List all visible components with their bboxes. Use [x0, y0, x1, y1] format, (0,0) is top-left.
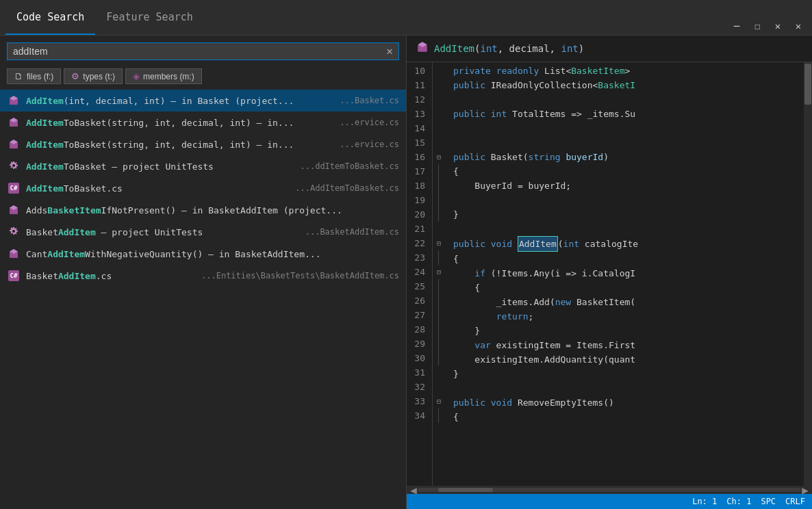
- fold-gutter: ⊟ ⊟ ⊟ ⊟: [433, 62, 445, 486]
- fold-icon[interactable]: ⊟: [433, 394, 445, 408]
- result-text: AddItemToBasket — project UnitTests ...d…: [26, 161, 399, 172]
- fold-icon[interactable]: ⊟: [433, 150, 445, 164]
- csharp-icon: C#: [7, 181, 21, 195]
- tab-feature-search[interactable]: Feature Search: [95, 0, 203, 35]
- code-line: {: [453, 410, 804, 424]
- scrollbar-thumb[interactable]: [804, 64, 811, 105]
- result-text: AddItemToBasket.cs ...AddItemToBasket.cs: [26, 183, 399, 194]
- result-name: AddItemToBasket(string, int, decimal, in…: [26, 140, 294, 150]
- result-text: CantAddItemWithNegativeQuantity() — in B…: [26, 249, 399, 259]
- line-number: Ln: 1: [692, 497, 717, 506]
- gear-icon: [7, 225, 21, 239]
- fold-icon[interactable]: ⊟: [433, 236, 445, 250]
- code-line: {: [453, 280, 804, 295]
- result-text: BasketAddItem — project UnitTests ...Bas…: [26, 227, 399, 237]
- result-path: ...ddItemToBasket.cs: [295, 161, 400, 171]
- code-header: AddItem(int, decimal, int): [407, 36, 812, 62]
- results-list[interactable]: AddItem(int, decimal, int) — in Basket (…: [0, 90, 406, 509]
- status-bar: Ln: 1 Ch: 1 SPC CRLF: [407, 494, 812, 509]
- result-item[interactable]: AddItemToBasket(string, int, decimal, in…: [0, 112, 406, 133]
- result-text: AddItemToBasket(string, int, decimal, in…: [26, 118, 399, 128]
- clear-search-button[interactable]: ✕: [386, 46, 393, 57]
- result-path: ...ervice.cs: [334, 118, 399, 127]
- code-line: return;: [453, 309, 804, 324]
- status-right: Ln: 1 Ch: 1 SPC CRLF: [692, 497, 805, 506]
- result-path: ...Basket.cs: [334, 96, 399, 105]
- fold-icon[interactable]: ⊟: [433, 265, 445, 279]
- result-path: ...BasketAddItem.cs: [300, 227, 399, 237]
- restore-button[interactable]: ☐: [749, 20, 765, 32]
- search-box-container: ✕: [0, 36, 406, 66]
- cube-icon: [7, 116, 21, 129]
- code-line: BuyerId = buyerId;: [453, 179, 804, 193]
- cube-icon: [7, 138, 21, 151]
- result-item[interactable]: BasketAddItem — project UnitTests ...Bas…: [0, 221, 406, 243]
- tab-code-search[interactable]: Code Search: [5, 0, 95, 35]
- svg-point-6: [12, 164, 15, 167]
- cube-icon: [7, 203, 21, 217]
- result-name: AddItemToBasket(string, int, decimal, in…: [26, 118, 294, 128]
- line-ending: CRLF: [785, 497, 805, 506]
- code-header-title: AddItem(int, decimal, int): [434, 43, 584, 54]
- horizontal-scrollbar[interactable]: ◀ ▶: [407, 486, 812, 494]
- search-box: ✕: [7, 42, 399, 60]
- cube-icon: [7, 94, 21, 107]
- code-line: public Basket(string buyerId): [453, 150, 804, 164]
- result-text: AddItem(int, decimal, int) — in Basket (…: [26, 96, 399, 106]
- code-line: private readonly List<BasketItem>: [453, 64, 804, 78]
- code-line: {: [453, 164, 804, 179]
- minimize-button[interactable]: ─: [728, 20, 745, 32]
- filter-members-button[interactable]: ◈ members (m:): [125, 68, 202, 84]
- code-line: public void AddItem(int catalogIte: [453, 236, 804, 252]
- result-item[interactable]: AddItem(int, decimal, int) — in Basket (…: [0, 90, 406, 112]
- scrollbar-track[interactable]: [418, 488, 801, 492]
- code-line: if (!Items.Any(i => i.CatalogI: [453, 266, 804, 280]
- code-content[interactable]: private readonly List<BasketItem> public…: [445, 62, 804, 486]
- scroll-right-button[interactable]: ▶: [801, 486, 809, 494]
- code-line: public int TotalItems => _items.Su: [453, 107, 804, 121]
- code-line: public IReadOnlyCollection<BasketI: [453, 78, 804, 92]
- close-button[interactable]: ✕: [790, 20, 807, 32]
- code-line: [453, 222, 804, 236]
- title-bar-controls: ─ ☐ ✕ ✕: [728, 20, 807, 35]
- result-item[interactable]: C# AddItemToBasket.cs ...AddItemToBasket…: [0, 177, 406, 199]
- pin-button[interactable]: ✕: [770, 20, 786, 32]
- result-item[interactable]: C# BasketAddItem.cs ...Entities\BasketTe…: [0, 265, 406, 287]
- main-content: ✕ 🗋 files (f:) ⚙ types (t:) ◈ members (m…: [0, 36, 812, 509]
- filter-files-button[interactable]: 🗋 files (f:): [7, 68, 61, 84]
- left-panel: ✕ 🗋 files (f:) ⚙ types (t:) ◈ members (m…: [0, 36, 407, 509]
- result-name: AddsBasketItemIfNotPresent() — in Basket…: [26, 205, 342, 216]
- vertical-scrollbar[interactable]: [804, 62, 812, 486]
- file-icon: 🗋: [14, 71, 23, 81]
- filter-types-button[interactable]: ⚙ types (t:): [64, 68, 123, 84]
- result-name: AddItemToBasket — project UnitTests: [26, 161, 214, 172]
- code-line: [453, 121, 804, 135]
- result-name: BasketAddItem.cs: [26, 271, 112, 281]
- code-line: [453, 193, 804, 207]
- code-line: {: [453, 252, 804, 266]
- code-line: [453, 381, 804, 395]
- result-text: AddsBasketItemIfNotPresent() — in Basket…: [26, 205, 399, 216]
- line-numbers: 10 11 12 13 14 15 16 17 18 19 20 21 22 2…: [407, 62, 433, 486]
- result-path: ...AddItemToBasket.cs: [290, 183, 399, 193]
- gear-icon: [7, 159, 21, 173]
- header-cube-icon: [416, 41, 429, 56]
- scroll-left-button[interactable]: ◀: [409, 486, 418, 494]
- search-input[interactable]: [13, 46, 386, 57]
- types-icon: ⚙: [71, 71, 79, 81]
- cube-icon: [7, 247, 21, 261]
- filter-buttons: 🗋 files (f:) ⚙ types (t:) ◈ members (m:): [0, 66, 406, 90]
- result-item[interactable]: AddItemToBasket(string, int, decimal, in…: [0, 133, 406, 155]
- code-line: _items.Add(new BasketItem(: [453, 295, 804, 309]
- result-item[interactable]: CantAddItemWithNegativeQuantity() — in B…: [0, 243, 406, 265]
- result-text: BasketAddItem.cs ...Entities\BasketTests…: [26, 271, 399, 281]
- result-path: ...ervice.cs: [334, 140, 399, 149]
- members-icon: ◈: [133, 71, 140, 81]
- result-name: AddItem(int, decimal, int) — in Basket (…: [26, 96, 294, 106]
- result-item[interactable]: AddItemToBasket — project UnitTests ...d…: [0, 155, 406, 177]
- code-line: }: [453, 324, 804, 338]
- svg-point-9: [12, 230, 15, 233]
- right-panel: AddItem(int, decimal, int) 10 11 12 13 1…: [407, 36, 812, 509]
- scrollbar-thumb[interactable]: [438, 488, 493, 492]
- result-item[interactable]: AddsBasketItemIfNotPresent() — in Basket…: [0, 199, 406, 221]
